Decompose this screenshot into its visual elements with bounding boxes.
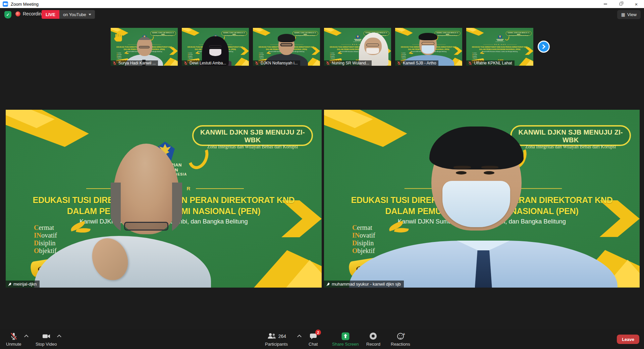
ministry-country: REPUBLIK INDONESIA xyxy=(458,172,508,176)
view-button[interactable]: ▦ View xyxy=(617,10,641,19)
webinar-title-line2: DALAM PEMULIHAN EKONOMI NASIONAL (PEN) xyxy=(182,48,249,50)
live-badge: LIVE xyxy=(42,10,59,19)
leaf-decoration xyxy=(388,220,415,236)
share-screen-button[interactable]: Share Screen xyxy=(332,332,359,347)
participant-video-tile[interactable]: KANWIL DJKN SJB MENUJU ZI-WBK Zona Integ… xyxy=(6,110,322,288)
djkn-logo: DJKN xyxy=(146,257,190,269)
zi-wbk-banner-title: KANWIL DJKN SJB MENUJU ZI-WBK xyxy=(364,32,389,35)
webinar-title-line1: EDUKASI TUSI DIREKTORAT KND DAN PERAN DI… xyxy=(253,46,320,48)
record-button[interactable]: Record xyxy=(366,332,380,347)
participant-thumbnail[interactable]: KANWIL DJKN SJB MENUJU ZI-WBK Zona Integ… xyxy=(111,28,178,66)
ministry-country: REPUBLIK INDONESIA xyxy=(281,41,292,42)
webinar-header: W E B I N A R xyxy=(483,44,517,45)
reactions-icon: + xyxy=(397,332,404,341)
kemenkeu-pentagon-icon xyxy=(214,35,218,39)
ministry-country: REPUBLIK INDONESIA xyxy=(353,41,363,42)
webinar-slide-background: KANWIL DJKN SJB MENUJU ZI-WBK Zona Integ… xyxy=(324,110,640,287)
view-button-label: View xyxy=(627,12,637,17)
participant-video-tile[interactable]: KANWIL DJKN SJB MENUJU ZI-WBK Zona Integ… xyxy=(324,110,640,288)
participant-thumbnail[interactable]: KANWIL DJKN SJB MENUJU ZI-WBK Zona Integ… xyxy=(395,28,462,66)
next-participants-button[interactable] xyxy=(538,41,550,53)
video-options-chevron[interactable] xyxy=(57,335,61,339)
webinar-header: W E B I N A R xyxy=(405,186,562,191)
stop-video-button[interactable]: Stop Video xyxy=(36,332,57,347)
encryption-shield-icon[interactable]: ✓ xyxy=(4,11,11,18)
live-destination-dropdown[interactable]: on YouTube xyxy=(59,10,95,19)
participants-icon: 264 xyxy=(267,332,286,341)
webinar-title-line1: EDUKASI TUSI DIREKTORAT KND DAN PERAN DI… xyxy=(324,195,640,205)
participant-name-label: Nuning SR Wuland... xyxy=(324,60,372,66)
kemenkeu-logo: KEMENTERIAN KEUANGAN REPUBLIK INDONESIA xyxy=(458,142,508,176)
cindo-value: Disiplin xyxy=(34,239,94,247)
webinar-title-line2: DALAM PEMULIHAN EKONOMI NASIONAL (PEN) xyxy=(395,48,462,50)
gold-corner-decoration-top-left xyxy=(466,28,487,39)
reactions-button[interactable]: + Reactions xyxy=(391,332,410,347)
chat-button[interactable]: 2 Chat xyxy=(309,332,318,347)
webinar-header: W E B I N A R xyxy=(270,44,304,45)
participant-name-label: DJKN Nofiansyah i... xyxy=(253,60,300,66)
zi-wbk-banner-subtitle: Zona Integritas dan Wilayah Bebas dari K… xyxy=(506,35,531,36)
recording-indicator[interactable]: Recording xyxy=(15,11,44,16)
chat-icon: 2 xyxy=(309,332,318,341)
ministry-name: KEMENTERIAN KEUANGAN xyxy=(458,162,508,172)
zi-wbk-banner-subtitle: Zona Integritas dan Wilayah Bebas dari K… xyxy=(194,144,312,150)
zi-wbk-banner-title: KANWIL DJKN SJB MENUJU ZI-WBK xyxy=(222,32,247,35)
participants-count: 264 xyxy=(278,334,286,339)
muted-mic-icon xyxy=(468,61,472,65)
zi-wbk-banner-subtitle: Zona Integritas dan Wilayah Bebas dari K… xyxy=(364,35,389,36)
webinar-slide-background: KANWIL DJKN SJB MENUJU ZI-WBK Zona Integ… xyxy=(182,28,249,66)
recording-label: Recording xyxy=(23,11,44,16)
webinar-slide-background: KANWIL DJKN SJB MENUJU ZI-WBK Zona Integ… xyxy=(6,110,322,288)
participant-name-label: meirijal-djkn xyxy=(6,281,40,288)
thumbnail-strip: KANWIL DJKN SJB MENUJU ZI-WBK Zona Integ… xyxy=(111,28,533,66)
close-icon: × xyxy=(635,2,638,7)
webinar-slide: KANWIL DJKN SJB MENUJU ZI-WBK Zona Integ… xyxy=(324,110,640,288)
webinar-title-line1: EDUKASI TUSI DIREKTORAT KND DAN PERAN DI… xyxy=(324,46,391,48)
zi-wbk-banner-subtitle: Zona Integritas dan Wilayah Bebas dari K… xyxy=(512,144,630,150)
participant-thumbnail[interactable]: KANWIL DJKN SJB MENUJU ZI-WBK Zona Integ… xyxy=(253,28,320,66)
webinar-title-line2: DALAM PEMULIHAN EKONOMI NASIONAL (PEN) xyxy=(324,206,640,216)
close-button[interactable]: × xyxy=(629,0,644,8)
zi-wbk-banner-title: KANWIL DJKN SJB MENUJU ZI-WBK xyxy=(194,129,312,144)
participant-name: Nuning SR Wuland... xyxy=(332,61,369,65)
gold-corner-decoration-top-left xyxy=(6,110,103,162)
zi-wbk-banner: KANWIL DJKN SJB MENUJU ZI-WBK Zona Integ… xyxy=(192,125,313,146)
participant-name: Ulfatrie KPKNL Lahat xyxy=(474,61,512,65)
cindo-ribbon: CINDO xyxy=(30,253,90,278)
kemenkeu-pentagon-icon xyxy=(474,142,493,160)
zi-wbk-banner-subtitle: Zona Integritas dan Wilayah Bebas dari K… xyxy=(435,35,460,36)
chevron-right-icon xyxy=(541,44,545,49)
cindo-value: Disiplin xyxy=(352,239,413,247)
webinar-slide-background: KANWIL DJKN SJB MENUJU ZI-WBK Zona Integ… xyxy=(253,28,320,66)
raised-hand-overlay xyxy=(113,30,126,43)
zi-wbk-banner-subtitle: Zona Integritas dan Wilayah Bebas dari K… xyxy=(222,35,247,36)
audio-options-chevron[interactable] xyxy=(24,335,29,339)
window-title: Zoom Meeting xyxy=(11,2,39,7)
leaf-decoration xyxy=(196,51,201,55)
reactions-label: Reactions xyxy=(391,342,410,347)
restore-button[interactable] xyxy=(613,0,629,8)
participants-options-chevron[interactable] xyxy=(297,335,302,339)
participant-thumbnail[interactable]: KANWIL DJKN SJB MENUJU ZI-WBK Zona Integ… xyxy=(466,28,533,66)
kemenkeu-pentagon-icon xyxy=(427,35,431,39)
participant-name: Surya Hadi Kanwil ... xyxy=(118,61,156,65)
zi-wbk-banner-title: KANWIL DJKN SJB MENUJU ZI-WBK xyxy=(435,32,460,35)
participants-button[interactable]: 264 Participants xyxy=(265,332,288,347)
participant-thumbnail[interactable]: KANWIL DJKN SJB MENUJU ZI-WBK Zona Integ… xyxy=(324,28,391,66)
camera-icon xyxy=(42,332,51,341)
webinar-title-line2: DALAM PEMULIHAN EKONOMI NASIONAL (PEN) xyxy=(324,48,391,50)
kemenkeu-logo: KEMENTERIAN KEUANGAN REPUBLIK INDONESIA xyxy=(353,35,363,42)
kemenkeu-logo: KEMENTERIAN KEUANGAN REPUBLIK INDONESIA xyxy=(495,35,505,42)
leaf-decoration xyxy=(409,51,415,55)
participant-thumbnail[interactable]: KANWIL DJKN SJB MENUJU ZI-WBK Zona Integ… xyxy=(182,28,249,66)
gold-corner-decoration-top-left xyxy=(253,28,274,39)
leaf-decoration xyxy=(267,51,272,55)
webinar-slide-background: KANWIL DJKN SJB MENUJU ZI-WBK Zona Integ… xyxy=(395,28,462,66)
leave-button[interactable]: Leave xyxy=(617,335,639,344)
unmute-button[interactable]: Unmute xyxy=(6,332,21,347)
minimize-button[interactable] xyxy=(598,0,613,8)
live-destination-label: on YouTube xyxy=(63,12,86,17)
zi-wbk-banner-title: KANWIL DJKN SJB MENUJU ZI-WBK xyxy=(506,32,531,35)
zi-wbk-banner-title: KANWIL DJKN SJB MENUJU ZI-WBK xyxy=(151,32,176,35)
live-stream-control[interactable]: LIVE on YouTube xyxy=(42,10,95,19)
